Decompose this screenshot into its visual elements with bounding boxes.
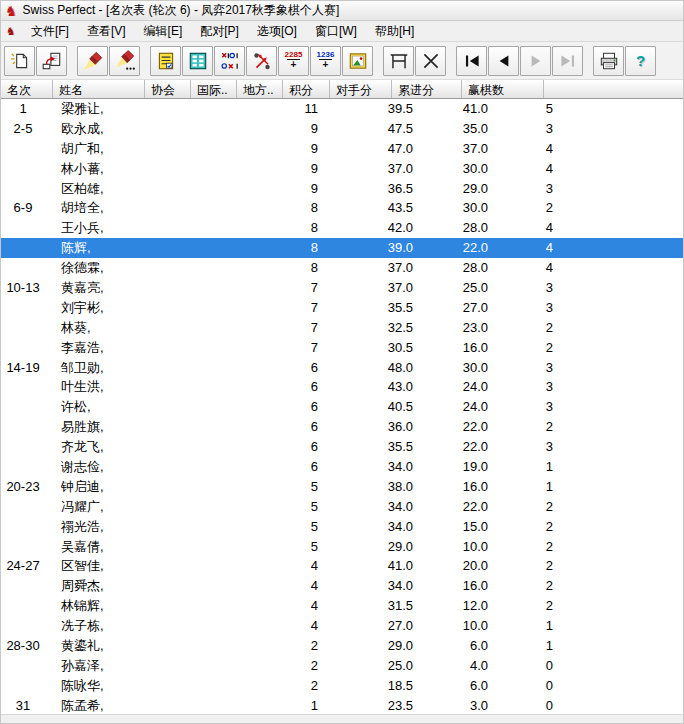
opp-score-cell: 27.0 (318, 616, 413, 636)
menu-item-edit[interactable]: 编辑[E] (135, 21, 192, 42)
table-row[interactable]: 林锦辉, 4 31.5 12.0 2 (1, 596, 683, 616)
opp-score-cell: 37.0 (318, 278, 413, 298)
table-row[interactable]: 周舜杰, 4 34.0 16.0 2 (1, 576, 683, 596)
menu-item-help[interactable]: 帮助[H] (366, 21, 423, 42)
opp-score-cell: 34.0 (318, 497, 413, 517)
table-row[interactable]: 20-23 钟启迪, 5 38.0 16.0 1 (1, 477, 683, 497)
standings-list-button[interactable] (182, 46, 213, 76)
row-filler (553, 159, 683, 179)
table-row[interactable]: 齐龙飞, 6 35.5 22.0 3 (1, 437, 683, 457)
document-arrow-icon (41, 50, 63, 72)
table-row[interactable]: 刘宇彬, 7 35.5 27.0 3 (1, 298, 683, 318)
table-row[interactable]: 区柏雄, 9 36.5 29.0 3 (1, 179, 683, 199)
menu-item-view[interactable]: 查看[V] (78, 21, 135, 42)
rank-cell (1, 437, 45, 457)
player-name-cell: 区智佳, (45, 556, 281, 576)
do-pairing-button[interactable] (246, 46, 277, 76)
rank-cell: 10-13 (1, 278, 45, 298)
column-header-name[interactable]: 姓名 (53, 80, 145, 98)
rank-cell (1, 656, 45, 676)
points-cell: 9 (281, 179, 318, 199)
menu-item-pairing[interactable]: 配对[P] (191, 21, 248, 42)
column-header-association[interactable]: 协会 (145, 80, 191, 98)
search-more-button[interactable] (109, 46, 140, 76)
rank-cell (1, 397, 45, 417)
pairings-list-button[interactable] (150, 46, 181, 76)
open-report-button[interactable] (36, 46, 67, 76)
table-row[interactable]: 徐德霖, 8 37.0 28.0 4 (1, 258, 683, 278)
table-row[interactable]: 叶生洪, 6 43.0 24.0 3 (1, 377, 683, 397)
opp-score-cell: 47.5 (318, 119, 413, 139)
table-row[interactable]: 陈辉, 8 39.0 22.0 4 (1, 238, 683, 258)
cut-round-button[interactable] (415, 46, 446, 76)
table-row[interactable]: 王小兵, 8 42.0 28.0 4 (1, 218, 683, 238)
table-row[interactable]: 易胜旗, 6 36.0 22.0 2 (1, 417, 683, 437)
table-row[interactable]: 6-9 胡培全, 8 43.5 30.0 2 (1, 198, 683, 218)
child-window-icon[interactable]: ♞ (6, 25, 16, 38)
column-header-wins[interactable]: 赢棋数 (462, 80, 544, 98)
table-row[interactable]: 林小蕃, 9 37.0 30.0 4 (1, 159, 683, 179)
points-cell: 11 (281, 99, 318, 119)
table-row[interactable]: 冯耀广, 5 34.0 22.0 2 (1, 497, 683, 517)
cross-table-icon (219, 50, 241, 72)
print-button[interactable] (593, 46, 624, 76)
rank-cell (1, 218, 45, 238)
local-rating-button[interactable]: 1236 + (310, 46, 341, 76)
table-row[interactable]: 谢志俭, 6 34.0 19.0 1 (1, 457, 683, 477)
table-row[interactable]: 许松, 6 40.5 24.0 3 (1, 397, 683, 417)
table-row[interactable]: 24-27 区智佳, 4 41.0 20.0 2 (1, 556, 683, 576)
points-cell: 4 (281, 576, 318, 596)
player-name-cell: 陈咏华, (45, 676, 281, 696)
rank-cell: 31 (1, 696, 45, 714)
column-header-progressive[interactable]: 累进分 (392, 80, 462, 98)
table-row[interactable]: 14-19 邹卫勋, 6 48.0 30.0 3 (1, 358, 683, 378)
progressive-cell: 30.0 (413, 358, 488, 378)
teal-list-icon (187, 50, 209, 72)
round-table-button[interactable] (383, 46, 414, 76)
column-header-points[interactable]: 积分 (283, 80, 330, 98)
table-row[interactable]: 李嘉浩, 7 30.5 16.0 2 (1, 338, 683, 358)
first-round-button[interactable] (456, 46, 487, 76)
opp-score-cell: 43.0 (318, 377, 413, 397)
column-header-rank[interactable]: 名次 (1, 80, 53, 98)
player-name-cell: 陈辉, (45, 238, 281, 258)
table-row[interactable]: 10-13 黄嘉亮, 7 37.0 25.0 3 (1, 278, 683, 298)
points-cell: 6 (281, 397, 318, 417)
menu-item-window[interactable]: 窗口[W] (306, 21, 366, 42)
table-row[interactable]: 28-30 黄鎏礼, 2 29.0 6.0 1 (1, 636, 683, 656)
column-header-intl-rating[interactable]: 国际.. (191, 80, 237, 98)
new-tournament-button[interactable] (4, 46, 35, 76)
table-row[interactable]: 林葵, 7 32.5 23.0 2 (1, 318, 683, 338)
column-header-local-rating[interactable]: 地方.. (237, 80, 283, 98)
points-cell: 6 (281, 377, 318, 397)
rank-cell: 1 (1, 99, 45, 119)
table-row[interactable]: 冼子栋, 4 27.0 10.0 1 (1, 616, 683, 636)
table-row[interactable]: 孙嘉泽, 2 25.0 4.0 0 (1, 656, 683, 676)
table-row[interactable]: 胡广和, 9 47.0 37.0 4 (1, 139, 683, 159)
points-cell: 7 (281, 338, 318, 358)
international-rating-button[interactable]: 2285 + (278, 46, 309, 76)
rank-cell (1, 517, 45, 537)
table-row[interactable]: 禤光浩, 5 34.0 15.0 2 (1, 517, 683, 537)
opp-score-cell: 47.0 (318, 139, 413, 159)
player-name-cell: 黄嘉亮, (45, 278, 281, 298)
search-button[interactable] (77, 46, 108, 76)
table-row[interactable]: 陈咏华, 2 18.5 6.0 0 (1, 676, 683, 696)
points-cell: 6 (281, 437, 318, 457)
table-row[interactable]: 31 陈孟希, 1 23.5 3.0 0 (1, 696, 683, 714)
table-row[interactable]: 1 梁雅让, 11 39.5 41.0 5 (1, 99, 683, 119)
wins-cell: 3 (488, 119, 553, 139)
cross-table-button[interactable] (214, 46, 245, 76)
column-header-opp-score[interactable]: 对手分 (330, 80, 392, 98)
table-row[interactable]: 吴嘉倩, 5 29.0 10.0 2 (1, 537, 683, 557)
help-button[interactable]: ? (625, 46, 656, 76)
table-row[interactable]: 2-5 欧永成, 9 47.5 35.0 3 (1, 119, 683, 139)
menu-item-options[interactable]: 选项[O] (248, 21, 306, 42)
opp-score-cell: 23.5 (318, 696, 413, 714)
opp-score-cell: 43.5 (318, 198, 413, 218)
rank-cell (1, 298, 45, 318)
menu-item-file[interactable]: 文件[F] (22, 21, 78, 42)
wall-chart-button[interactable] (342, 46, 373, 76)
points-cell: 7 (281, 298, 318, 318)
previous-round-button[interactable] (488, 46, 519, 76)
